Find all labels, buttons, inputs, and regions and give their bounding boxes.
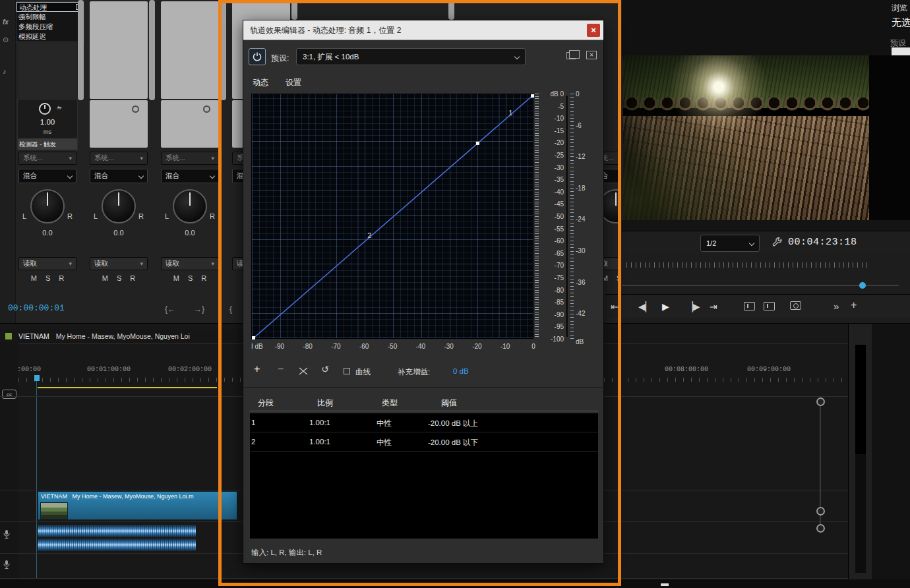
extract-icon[interactable] [764,302,775,310]
radio-indicator[interactable] [203,105,210,113]
pan-knob[interactable] [30,189,65,223]
strip-scrollbar[interactable] [149,0,155,100]
program-monitor-video[interactable] [623,55,869,220]
pan-value[interactable]: 0.0 [18,229,76,237]
monitor-timecode[interactable]: 00:04:23:18 [788,237,857,248]
invert-icon[interactable] [299,367,308,376]
dynamics-curve-plot[interactable]: 12 [251,94,533,339]
closed-caption-icon[interactable]: cc [2,390,16,399]
automation-mode-dropdown[interactable]: 读取▾ [90,257,148,270]
mute-button[interactable]: M [31,274,37,282]
curve-control-point[interactable] [476,142,479,145]
monitor-zoom-scrollbar[interactable] [622,285,899,286]
effect-item-analog-delay[interactable]: 模拟延迟 [16,32,84,42]
settings-wrench-icon[interactable] [772,237,783,249]
track-output-dropdown[interactable]: 混合 [161,169,219,183]
track-input-dropdown[interactable]: 系统...▾ [90,152,148,165]
panel-menu-icon[interactable] [566,52,576,59]
microphone-icon[interactable] [3,560,11,572]
video-clip[interactable]: VIETNAM My Home - Masew, MyoMouse, Nguye… [38,491,237,520]
audio-waveform-left[interactable] [38,525,196,537]
detector-value[interactable]: 1.00 [18,118,77,126]
goto-out-button[interactable]: ⇥ [710,301,717,312]
pan-knob[interactable] [173,189,207,223]
mute-button[interactable]: M [173,274,179,282]
pan-value[interactable]: 0.0 [161,229,219,237]
effect-item-multiband[interactable]: 多频段压缩 [16,22,84,32]
strip-scrollbar[interactable] [78,0,84,100]
add-button-icon[interactable]: + [851,299,857,311]
track-input-dropdown[interactable]: 系统...▾ [161,152,219,165]
effect-knob-slot [90,100,148,148]
curve-control-point[interactable] [531,94,534,98]
audio-waveform-right[interactable] [38,539,196,551]
more-options-icon[interactable]: » [834,301,839,312]
play-button[interactable]: ▶ [662,301,669,312]
effect-item-hard-limiter[interactable]: 强制限幅 [16,12,84,22]
scroll-handle[interactable] [816,524,825,533]
table-row[interactable]: 2 1.00:1 中性 -20.00 dB 以下 [250,432,598,452]
fx-bypass-icon[interactable]: fx [57,105,61,111]
dialog-titlebar[interactable]: 轨道效果编辑器 - 动态处理: 音频 1，位置 2 × [243,20,603,40]
strip-scrollbar[interactable] [291,0,297,20]
mute-button[interactable]: M [102,274,108,282]
solo-button[interactable]: S [46,274,50,282]
effect-insert-slot[interactable] [161,1,219,99]
goto-in-button[interactable]: ⇤ [611,301,619,312]
effect-insert-slot[interactable] [90,1,148,99]
goto-previous-edit-icon[interactable]: {← [165,305,175,314]
dynamics-curve[interactable]: 12 [252,94,534,339]
solo-button[interactable]: S [617,274,621,282]
mixer-timecode[interactable]: 00:00:00:01 [8,303,65,313]
effect-item-dynamics[interactable]: 动态处理 [16,2,84,12]
track-output-dropdown[interactable]: 混合 [90,169,148,183]
browse-label[interactable]: 浏览 [892,3,907,14]
solo-button[interactable]: S [188,274,193,282]
strip-scrollbar[interactable] [448,0,454,20]
horizontal-scrollbar[interactable] [0,579,910,588]
scroll-handle[interactable] [816,397,825,406]
record-button[interactable]: R [130,274,135,282]
tab-settings[interactable]: 设置 [286,77,301,88]
track-input-dropdown[interactable]: 系统...▾ [18,152,76,165]
playback-resolution-dropdown[interactable]: 1/2 [700,235,760,252]
monitor-icon[interactable]: ⊙ [3,36,9,44]
remove-point-button[interactable]: − [278,363,284,375]
pan-value[interactable]: 0.0 [90,229,148,237]
zoom-handle[interactable] [859,282,866,289]
lift-icon[interactable] [744,302,755,310]
table-row[interactable]: 1 1.00:1 中性 -20.00 dB 以上 [250,413,598,432]
effect-power-button[interactable] [249,48,266,65]
curve-control-point[interactable] [252,336,255,339]
preset-dropdown[interactable]: 3:1, 扩展 < 10dB [296,48,526,65]
loop-icon[interactable]: { [229,305,232,314]
spline-checkbox[interactable] [344,368,350,374]
fx-icon[interactable]: fx [3,18,9,26]
strip-scrollbar[interactable] [220,0,226,100]
goto-next-edit-icon[interactable]: →} [194,305,204,314]
radio-indicator[interactable] [132,105,139,113]
track-output-dropdown[interactable]: 混合 [18,169,76,183]
automation-mode-dropdown[interactable]: 读取▾ [18,257,76,270]
solo-button[interactable]: S [117,274,121,282]
work-area-bar[interactable] [38,387,217,388]
pan-knob[interactable] [102,189,136,223]
record-button[interactable]: R [201,274,206,282]
reset-button[interactable]: ↺ [321,364,329,374]
close-icon[interactable]: × [587,24,600,37]
scrollbar-handle[interactable] [661,583,669,586]
close-panel-icon[interactable]: ✕ [586,51,597,59]
makeup-gain-value[interactable]: 0 dB [453,367,469,375]
step-back-button[interactable]: ◀▏ [638,301,653,312]
automation-mode-dropdown[interactable]: 读取▾ [161,257,219,270]
scroll-handle[interactable] [816,507,825,515]
microphone-icon[interactable] [3,529,11,541]
add-point-button[interactable]: + [254,363,260,375]
record-button[interactable]: R [59,274,64,282]
step-forward-button[interactable]: ▕▶ [686,301,700,312]
export-frame-icon[interactable] [790,301,801,310]
parameter-knob-icon[interactable] [39,103,51,115]
note-icon[interactable]: ♪ [3,67,7,75]
playhead-handle[interactable] [34,375,40,381]
tab-dynamics[interactable]: 动态 [253,77,268,88]
